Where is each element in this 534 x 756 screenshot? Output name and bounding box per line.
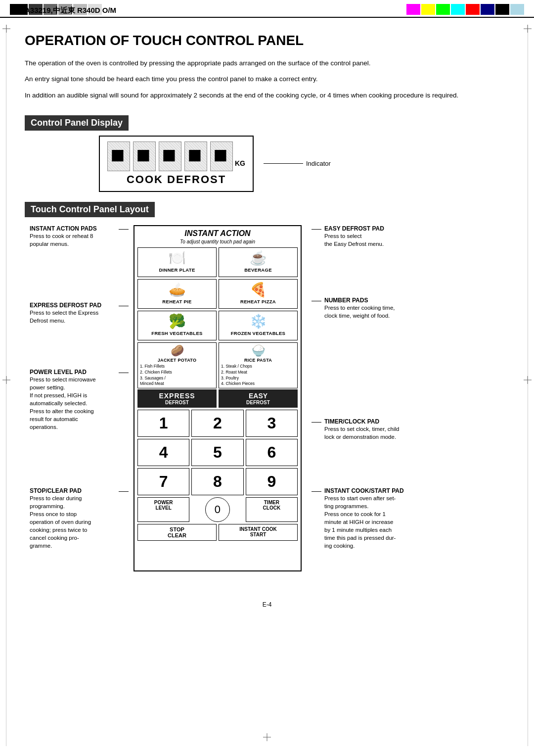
annotation-express-defrost-title: EXPRESS DEFROST PAD [30,302,119,309]
panel-layout: INSTANT ACTION PADS Press to cook or reh… [25,225,509,571]
right-annotation-line-1 [312,229,321,230]
express-btn-main: EXPRESS [138,392,216,400]
instant-cook-start-button[interactable]: INSTANT COOK START [219,524,298,541]
annotation-line-3 [119,373,129,373]
display-digits: ■ ■ ■ ■ ■ [107,142,233,171]
rice-sub-2: 2. Roast Meat [221,370,295,376]
power-level-button[interactable]: POWER LEVEL [137,497,189,522]
jacket-rice-row: 🥔 JACKET POTATO 1. Fish Fillets 2. Chick… [137,342,298,389]
easy-defrost-button[interactable]: EASY DEFROST [219,389,298,408]
annotation-line-4 [119,491,129,492]
instant-cook-start-title: INSTANT COOK/START PAD [324,487,404,494]
jacket-potato-icon: 🥔 [171,344,184,357]
beverage-icon: ☕ [250,250,267,266]
footer-page-number: E-4 [263,601,272,608]
num-btn-9[interactable]: 9 [246,468,298,495]
stop-btn-line2: CLEAR [139,532,215,538]
fresh-veg-icon: 🥦 [169,313,186,330]
display-section: ■ ■ ■ ■ ■ KG COOK DEFROST Indicator [99,136,509,192]
timer-clock-text: Press to set clock, timer, childlock or … [324,425,399,441]
num-btn-6[interactable]: 6 [246,439,298,466]
intro-para-1: The operation of the oven is controlled … [25,58,490,68]
frozen-veg-icon: ❄️ [250,313,267,330]
number-grid: 1 2 3 4 5 6 7 8 9 [137,410,298,495]
annotation-instant-action-title: INSTANT ACTION PADS [30,225,119,232]
rice-pasta-sublist: 1. Steak / Chops 2. Roast Meat 3. Poultr… [221,364,295,387]
num-btn-0[interactable]: 0 [205,497,230,522]
digit-2: ■ [133,142,156,171]
page-footer: E-4 [0,596,534,613]
rice-pasta-label: RICE PASTA [244,358,272,363]
food-pad-rice-pasta[interactable]: 🍚 RICE PASTA 1. Steak / Chops 2. Roast M… [219,342,298,389]
right-annotation-line-3 [312,422,321,423]
annotation-power-level: POWER LEVEL PAD Press to select microwav… [30,369,129,431]
annotation-stop-clear-text: Press to clear duringprogramming.Press o… [30,494,119,550]
num-btn-4[interactable]: 4 [137,439,189,466]
beverage-label: BEVERAGE [244,267,272,273]
num-btn-2[interactable]: 2 [191,410,243,437]
annotation-power-level-title: POWER LEVEL PAD [30,369,119,376]
annotation-stop-clear: STOP/CLEAR PAD Press to clear duringprog… [30,487,129,550]
num-btn-5[interactable]: 5 [191,439,243,466]
instant-action-header: INSTANT ACTION [137,229,298,238]
section1-header: Control Panel Display [25,115,129,131]
dinner-plate-icon: 🍽️ [169,250,186,266]
page-main-title: OPERATION OF TOUCH CONTROL PANEL [25,33,509,48]
reheat-pizza-label: REHEAT PIZZA [240,299,276,304]
reheat-pie-icon: 🥧 [169,282,186,298]
jacket-sub-2: 2. Chicken Fillets [140,370,214,376]
indicator-line: Indicator [264,160,331,167]
instant-cook-line1: INSTANT COOK [220,526,296,532]
annotation-line-2 [119,306,129,306]
annotation-instant-action-text: Press to cook or reheat 8popular menus. [30,232,119,248]
food-pad-reheat-pie[interactable]: 🥧 REHEAT PIE [137,279,217,309]
cook-defrost-label: COOK DEFROST [127,173,226,186]
easy-btn-main: EASY [220,392,297,400]
reheat-pie-label: REHEAT PIE [162,299,191,304]
timer-clock-button[interactable]: TIMER CLOCK [246,497,298,522]
jacket-sub-4: Minced Meat [140,381,214,387]
crosshair-centerleft [2,376,10,384]
jacket-potato-label: JACKET POTATO [158,358,196,363]
num-btn-3[interactable]: 3 [246,410,298,437]
page-border-left [6,25,6,746]
digit-5: ■ [210,142,233,171]
annotation-instant-action: INSTANT ACTION PADS Press to cook or reh… [30,225,129,248]
center-panel: INSTANT ACTION To adjust quantity touch … [134,225,302,571]
intro-para-2: An entry signal tone should be heard eac… [25,74,490,84]
num-btn-1[interactable]: 1 [137,410,189,437]
easy-defrost-title: EASY DEFROST PAD [324,225,384,232]
timer-btn-line2: CLOCK [247,505,296,511]
rice-sub-4: 4. Chicken Pieces [221,381,295,387]
stop-clear-button[interactable]: STOP CLEAR [137,524,217,541]
express-easy-row: EXPRESS DEFROST EASY DEFROST [137,389,298,408]
num-btn-7[interactable]: 7 [137,468,189,495]
food-pad-jacket-potato[interactable]: 🥔 JACKET POTATO 1. Fish Fillets 2. Chick… [137,342,217,389]
rice-sub-3: 3. Poultry [221,376,295,381]
annotation-stop-clear-title: STOP/CLEAR PAD [30,487,119,494]
fresh-veg-label: FRESH VEGETABLES [151,331,202,336]
food-pad-fresh-veg[interactable]: 🥦 FRESH VEGETABLES [137,311,217,340]
num-btn-8[interactable]: 8 [191,468,243,495]
food-pad-dinner-plate[interactable]: 🍽️ DINNER PLATE [137,247,217,277]
digit-4: ■ [184,142,207,171]
color-bars [406,4,524,15]
food-pad-frozen-veg[interactable]: ❄️ FROZEN VEGETABLES [219,311,298,340]
jacket-sub-3: 3. Sausages / [140,376,214,381]
main-content: OPERATION OF TOUCH CONTROL PANEL The ope… [0,18,534,596]
bottom-row: POWER LEVEL 0 TIMER CLOCK [137,497,298,522]
intro-para-3: In addition an audible signal will sound… [25,91,490,100]
instant-cook-start-text: Press to start oven after set-ting progr… [324,494,404,550]
express-defrost-button[interactable]: EXPRESS DEFROST [137,389,217,408]
jacket-potato-sublist: 1. Fish Fillets 2. Chicken Fillets 3. Sa… [140,364,214,387]
left-annotations: INSTANT ACTION PADS Press to cook or reh… [25,225,134,571]
page-border-right [528,25,528,746]
food-pad-reheat-pizza[interactable]: 🍕 REHEAT PIZZA [219,279,298,309]
annotation-number-pads: NUMBER PADS Press to enter cooking time,… [312,297,420,320]
crosshair-centerright [524,376,532,384]
annotation-timer-clock: TIMER/CLOCK PAD Press to set clock, time… [312,418,420,441]
stop-cook-row: STOP CLEAR INSTANT COOK START [137,524,298,541]
number-pads-title: NUMBER PADS [324,297,395,304]
food-pad-beverage[interactable]: ☕ BEVERAGE [219,247,298,277]
instant-cook-line2: START [220,532,296,537]
